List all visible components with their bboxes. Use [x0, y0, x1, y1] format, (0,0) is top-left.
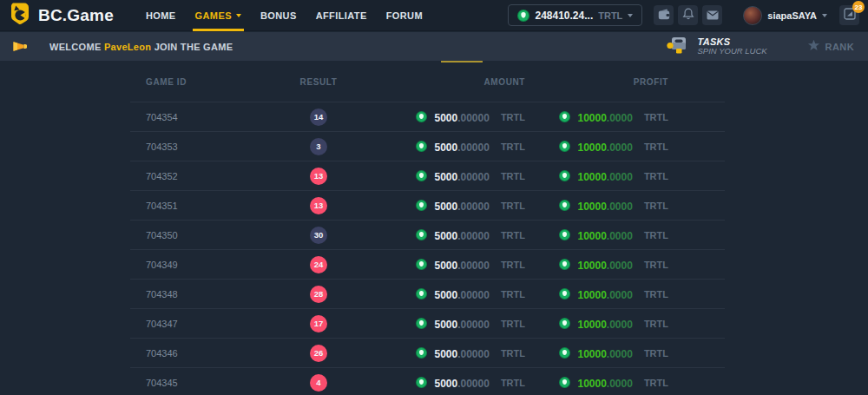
result-badge: 24 — [310, 256, 327, 273]
table-row[interactable]: 704353 3 5000.00000 TRTL — [130, 131, 725, 161]
game-id-cell: 704354 — [130, 112, 260, 122]
result-cell: 17 — [310, 315, 327, 332]
tasks-subtitle: SPIN YOUR LUCK — [698, 47, 767, 56]
topbar-right-group: 248410.24... TRTL — [508, 4, 859, 26]
trtl-coin-icon — [416, 377, 427, 388]
table-row[interactable]: 704345 4 5000.00000 TRTL — [130, 367, 725, 395]
tasks-box-icon — [666, 35, 690, 58]
chat-unread-badge: 23 — [852, 1, 865, 13]
announcement-right-group: TASKS SPIN YOUR LUCK RANK — [666, 35, 854, 58]
brand-logo[interactable]: BC.Game — [9, 2, 114, 29]
brand-logo-icon — [9, 2, 31, 29]
user-menu[interactable]: siapaSAYA — [743, 6, 827, 25]
nav-item-home[interactable]: HOME — [136, 0, 186, 31]
profit-currency: TRTL — [644, 348, 668, 359]
amount-value: 5000.00000 — [431, 375, 489, 391]
trtl-coin-icon — [559, 200, 570, 211]
profit-cell: 10000.0000 TRTL — [525, 109, 668, 125]
profit-currency: TRTL — [644, 289, 668, 300]
profit-currency: TRTL — [644, 378, 668, 388]
profit-value: 10000.0000 — [574, 227, 632, 243]
table-row[interactable]: 704349 24 5000.00000 TRTL — [130, 249, 725, 279]
table-row[interactable]: 704352 13 5000.00000 TRTL — [130, 161, 725, 190]
trtl-coin-icon — [416, 347, 427, 359]
welcome-prefix: WELCOME — [49, 42, 104, 52]
amount-currency: TRTL — [501, 230, 525, 240]
balance-value: 248410.24... — [535, 10, 593, 22]
trtl-coin-icon — [559, 347, 570, 359]
welcome-username: PaveLeon — [104, 42, 151, 52]
table-row[interactable]: 704348 28 5000.00000 TRTL — [130, 279, 725, 308]
table-row[interactable]: 704350 30 5000.00000 TRTL — [130, 220, 725, 249]
profit-value: 10000.0000 — [574, 375, 632, 391]
profit-value: 10000.0000 — [574, 168, 632, 184]
profit-value: 10000.0000 — [574, 286, 632, 302]
nav-item-forum[interactable]: FORUM — [377, 0, 432, 31]
brand-name: BC.Game — [38, 6, 114, 25]
amount-value: 5000.00000 — [431, 168, 489, 184]
amount-currency: TRTL — [501, 171, 525, 181]
nav-item-label: FORUM — [386, 10, 423, 21]
trtl-coin-icon — [559, 111, 570, 122]
notifications-button[interactable] — [678, 5, 698, 25]
nav-item-label: BONUS — [260, 10, 297, 21]
game-id-cell: 704350 — [130, 230, 260, 240]
bets-table: GAME ID RESULT AMOUNT PROFIT 704354 14 5… — [130, 63, 725, 395]
trtl-coin-icon — [517, 10, 529, 22]
profit-cell: 10000.0000 TRTL — [525, 227, 668, 243]
megaphone-icon — [12, 40, 27, 53]
result-badge: 13 — [310, 197, 327, 214]
profit-cell: 10000.0000 TRTL — [525, 286, 668, 302]
nav-item-games[interactable]: GAMES — [186, 0, 251, 31]
profit-currency: TRTL — [644, 142, 668, 152]
chevron-down-icon — [628, 14, 633, 17]
balance-selector[interactable]: 248410.24... TRTL — [508, 4, 642, 26]
wallet-button[interactable] — [654, 5, 674, 25]
column-header-amount: AMOUNT — [377, 77, 525, 87]
messages-button[interactable] — [702, 5, 722, 25]
nav-item-affiliate[interactable]: AFFILIATE — [306, 0, 377, 31]
announcement-bar: WELCOME PaveLeon JOIN THE GAME TASKS SPI… — [0, 32, 868, 61]
amount-cell: 5000.00000 TRTL — [377, 139, 525, 155]
result-cell: 26 — [310, 345, 327, 362]
trtl-coin-icon — [416, 288, 427, 300]
game-id-cell: 704346 — [130, 348, 260, 359]
amount-value: 5000.00000 — [431, 139, 489, 155]
trtl-coin-icon — [559, 318, 570, 329]
table-row[interactable]: 704347 17 5000.00000 TRTL — [130, 308, 725, 338]
amount-currency: TRTL — [501, 201, 525, 211]
balance-currency: TRTL — [598, 10, 622, 21]
envelope-icon — [707, 8, 719, 23]
nav-item-bonus[interactable]: BONUS — [251, 0, 306, 31]
profit-value: 10000.0000 — [574, 139, 632, 155]
rank-label: RANK — [825, 42, 854, 52]
tasks-widget[interactable]: TASKS SPIN YOUR LUCK — [666, 35, 767, 58]
amount-value: 5000.00000 — [431, 198, 489, 214]
chat-panel-button[interactable]: 23 — [839, 5, 859, 25]
table-row[interactable]: 704354 14 5000.00000 TRTL — [130, 102, 725, 131]
star-icon — [807, 39, 820, 55]
profit-currency: TRTL — [644, 230, 668, 240]
profit-currency: TRTL — [644, 260, 668, 270]
column-header-profit: PROFIT — [525, 77, 668, 87]
amount-currency: TRTL — [501, 348, 525, 359]
column-header-game-id: GAME ID — [130, 77, 260, 87]
result-badge: 4 — [310, 374, 327, 392]
result-badge: 17 — [310, 315, 327, 332]
trtl-coin-icon — [559, 377, 570, 388]
profit-currency: TRTL — [644, 112, 668, 122]
profit-cell: 10000.0000 TRTL — [525, 316, 668, 332]
trtl-coin-icon — [416, 111, 427, 122]
table-row[interactable]: 704351 13 5000.00000 TRTL — [130, 190, 725, 220]
main-content: GAME ID RESULT AMOUNT PROFIT 704354 14 5… — [0, 63, 868, 395]
rank-widget[interactable]: RANK — [807, 39, 854, 55]
trtl-coin-icon — [416, 141, 427, 152]
chevron-down-icon — [236, 14, 241, 17]
amount-cell: 5000.00000 TRTL — [377, 257, 525, 273]
table-row[interactable]: 704346 26 5000.00000 TRTL — [130, 338, 725, 367]
nav-item-label: AFFILIATE — [316, 10, 367, 21]
trtl-coin-icon — [416, 200, 427, 211]
profit-cell: 10000.0000 TRTL — [525, 139, 668, 155]
game-id-cell: 704351 — [130, 201, 260, 211]
top-navigation-bar: BC.Game HOME GAMES BONUS AFFILIATE FORUM — [0, 0, 868, 31]
